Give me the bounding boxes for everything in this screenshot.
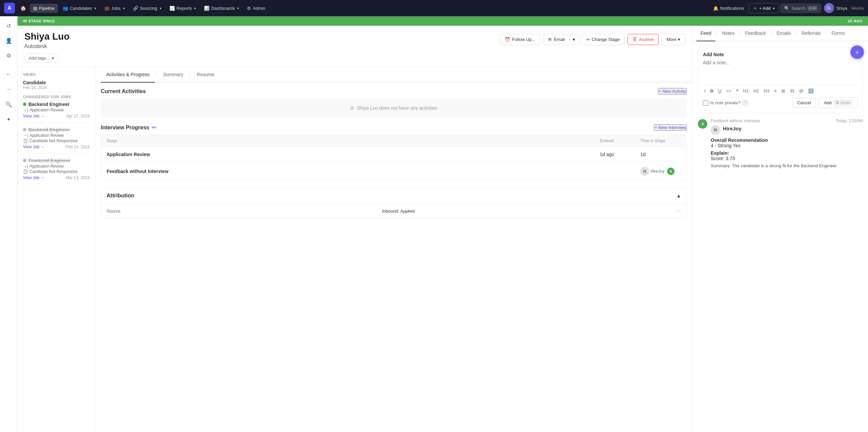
view-job-link-2[interactable]: View Job → [23,145,44,149]
h1-tool[interactable]: H1 [742,88,750,94]
interview-row-2: Feedback without Interview H HireJoy 4 [101,162,686,180]
tab-resume[interactable]: Resume [191,67,220,83]
tags-row: Add tags... ▾ [24,53,685,63]
edit-icon[interactable]: ✏ [152,124,156,131]
right-tab-notes[interactable]: Notes [718,26,739,41]
nav-dashboards[interactable]: 📊 Dashboards ▾ [201,4,242,13]
right-tab-emails[interactable]: Emails [773,26,795,41]
note-private-checkbox[interactable] [703,100,708,106]
archive-button[interactable]: 🗄 Archive [627,34,659,45]
right-tab-feedback[interactable]: Feedback [741,26,770,41]
nav-sourcing[interactable]: 🔗 Sourcing ▾ [130,4,165,13]
ul-tool[interactable]: ⊞ [780,88,786,94]
home-icon[interactable]: 🏠 [18,3,28,14]
new-interview-button[interactable]: + New Interview [654,124,687,131]
sidebar-candidates[interactable]: 👤 [2,34,16,47]
add-button[interactable]: ＋ + Add ▾ [749,3,779,13]
top-navigation: A 🏠 ▤ Pipeline 👥 Candidates ▾ 💼 Jobs ▾ 🔗… [0,0,868,16]
underline-tool[interactable]: U [717,88,723,94]
user-menu[interactable]: SL Shiya HireJoy [823,3,864,13]
nav-pipeline[interactable]: ▤ Pipeline [30,4,58,13]
job-name-3: Frontend Engineer [23,158,90,163]
job-name-1: Backend Engineer [23,102,90,107]
email-icon: ✉ [548,37,552,42]
nav-admin[interactable]: ⚙ Admin [244,4,269,13]
right-tab-feed[interactable]: Feed [696,26,715,41]
content-area: Current Activities + New Activity ⊘ Shiy… [95,83,692,224]
attribution-header[interactable]: Attribution ▲ [101,188,686,203]
note-textarea[interactable] [703,60,858,80]
change-stage-button[interactable]: ⇒ Change Stage [581,34,625,45]
sidebar-new[interactable]: ✦ [2,112,16,126]
chevron-up-icon: ▲ [676,193,681,198]
code-tool[interactable]: <> [725,88,732,94]
view-job-link-1[interactable]: View Job → [23,114,44,118]
notifications-button[interactable]: 🔔 Notifications [710,4,748,13]
sidebar-forward[interactable]: → [2,83,16,96]
sidebar-back[interactable]: ← [2,68,16,81]
interview-section-header: Interview Progress ✏ + New Interview [101,124,687,131]
note-toolbar: I B U <> ❝ H1 H2 H3 ≡ ⊞ ⛓ @ 🔠 [703,85,858,94]
candidate-company: Autodesk [24,43,70,49]
bell-icon: 🔔 [713,6,718,11]
feed-type: Feedback without Interview [711,118,760,123]
view-job-link-3[interactable]: View Job → [23,175,44,180]
sidebar-history[interactable]: ↺ [2,19,16,33]
more-button[interactable]: More ▾ [661,34,685,45]
note-add-button[interactable]: Add ⌘+Enter [819,98,858,108]
score-value: Score: 3.73 [711,156,863,161]
view-candidate-item[interactable]: Candidate Feb 14, 2024 [23,80,90,90]
follow-up-button[interactable]: ⏰ Follow Up... [500,34,541,45]
activities-section-header: Current Activities + New Activity [101,88,687,94]
job-stage-1: →| Application Review [23,108,90,112]
job-stage-2: →| Application Review [23,133,90,138]
inactive-dot-3 [23,159,26,162]
considered-jobs-label: CONSIDERED FOR JOBS [23,95,90,99]
sidebar-filter[interactable]: ⚙ [2,49,16,62]
email-button[interactable]: ✉ Email [543,34,570,45]
job-stage-3: →| Application Review [23,164,90,169]
admin-icon: ⚙ [247,6,251,11]
format-tool[interactable]: 🔠 [807,88,815,94]
app-logo[interactable]: A [4,3,15,14]
attribution-more-icon[interactable]: ··· [677,208,681,214]
candidate-name: Shiya Luo [24,31,70,42]
nav-reports[interactable]: 📈 Reports ▾ [166,4,200,13]
italic-tool[interactable]: I [703,88,707,94]
note-actions: Cancel Add ⌘+Enter [792,98,858,108]
stage-since-value: 1D AGO [847,19,863,23]
quote-tool[interactable]: ❝ [735,88,740,94]
feed-badge: 4 [698,119,707,129]
ol-tool[interactable]: ≡ [773,88,778,94]
note-cancel-button[interactable]: Cancel [792,98,816,108]
new-activity-button[interactable]: + New Activity [658,88,687,94]
tab-summary[interactable]: Summary [158,67,189,83]
user-avatar: SL [824,3,834,13]
sidebar-search[interactable]: 🔍 [2,98,16,111]
add-note-section: Add Note I B U <> ❝ H1 H2 H3 ≡ ⊞ ⛓ @ 🔠 [698,47,863,113]
candidate-body: VIEWS Candidate Feb 14, 2024 CONSIDERED … [18,67,692,432]
stage-banner: IN STAGE SINCE 1D AGO [18,16,868,26]
info-icon[interactable]: i [743,100,748,106]
mention-tool[interactable]: @ [798,88,805,94]
fab-add-button[interactable]: ＋ [850,45,864,59]
add-note-title: Add Note [703,52,858,57]
bold-tool[interactable]: B [709,88,715,94]
nav-jobs[interactable]: 💼 Jobs ▾ [101,4,128,13]
left-sidebar: ↺ 👤 ⚙ ← → 🔍 ✦ [0,16,18,432]
right-tab-referrals[interactable]: Referrals [798,26,825,41]
tab-activities-progress[interactable]: Activities & Progress [101,67,155,83]
add-tags-button[interactable]: Add tags... ▾ [24,53,59,63]
h2-tool[interactable]: H2 [752,88,760,94]
feed-item-content: Feedback without Interview Today, 3:31PM… [711,118,863,169]
link-tool[interactable]: ⛓ [789,88,796,94]
note-private-label: Is note private? i [703,100,748,106]
right-tab-forms[interactable]: Forms [827,26,849,41]
search-bar[interactable]: 🔍 Search ⌘+K [780,4,821,13]
h3-tool[interactable]: H3 [762,88,771,94]
views-label: VIEWS [23,72,90,77]
views-sidebar: VIEWS Candidate Feb 14, 2024 CONSIDERED … [18,67,95,432]
email-dropdown-button[interactable]: ▾ [570,34,578,45]
nav-candidates[interactable]: 👥 Candidates ▾ [59,4,99,13]
activities-title: Current Activities [101,88,146,94]
